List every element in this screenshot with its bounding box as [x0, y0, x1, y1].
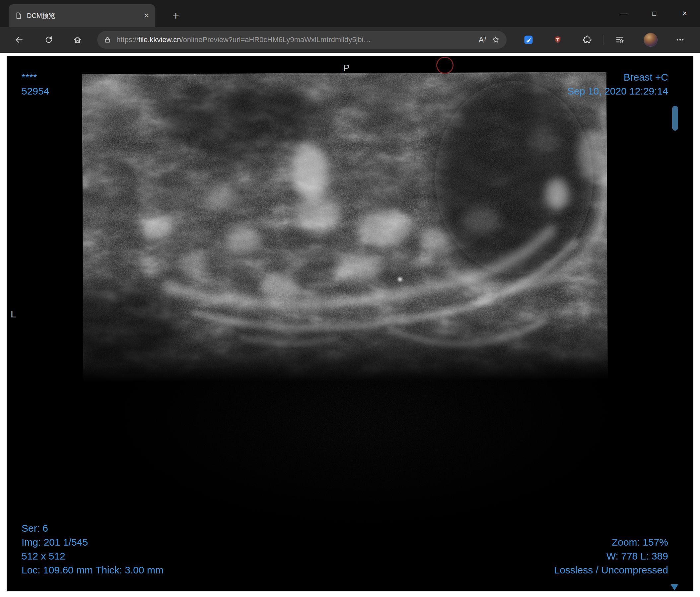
home-button[interactable] [70, 32, 84, 47]
window-close-button[interactable]: × [670, 0, 700, 27]
patient-number: 52954 [22, 84, 49, 98]
extensions-puzzle-icon [582, 35, 592, 45]
page-background: **** 52954 P L Breast +C Sep 10, 2020 12… [0, 53, 700, 597]
study-datetime: Sep 10, 2020 12:29:14 [567, 84, 668, 98]
favorites-bar-icon [615, 35, 624, 45]
address-bar[interactable]: https://file.kkview.cn/onlinePreview?url… [97, 31, 506, 49]
settings-menu-button[interactable] [673, 32, 688, 47]
favorite-star-icon[interactable] [491, 35, 500, 44]
back-icon [15, 35, 24, 45]
orientation-marker-posterior: P [343, 61, 350, 75]
scroll-down-arrow-icon[interactable] [671, 584, 678, 590]
favorites-bar-button[interactable] [612, 32, 627, 47]
tab-dcm-preview[interactable]: DCM预览 × [9, 4, 155, 27]
url-domain: file.kkview.cn [138, 35, 181, 44]
orientation-marker-left: L [10, 307, 16, 321]
compression-info: Lossless / Uncompressed [554, 563, 668, 577]
window-controls: — □ × [608, 0, 700, 27]
mri-scan-image [7, 56, 693, 591]
series-number: Ser: 6 [22, 521, 164, 535]
settings-menu-icon [675, 35, 685, 45]
tab-close-icon[interactable]: × [144, 11, 149, 20]
extension-shield-button[interactable] [550, 32, 565, 47]
window-level: W: 778 L: 389 [554, 549, 668, 563]
image-matrix: 512 x 512 [22, 549, 164, 563]
study-description: Breast +C [567, 70, 668, 84]
tab-title: DCM预览 [27, 11, 139, 20]
url-path: /onlinePreview?url=aHR0cHM6Ly9maWxlLmtrd… [181, 35, 371, 44]
read-aloud-icon[interactable]: A) [479, 36, 486, 44]
maximize-button[interactable]: □ [639, 0, 670, 27]
extensions-button[interactable] [580, 32, 595, 47]
minimize-button[interactable]: — [608, 0, 639, 27]
extension-shield-icon [553, 35, 562, 45]
dicom-viewer-canvas[interactable]: **** 52954 P L Breast +C Sep 10, 2020 12… [7, 56, 693, 591]
document-icon [15, 12, 22, 19]
zoom-level: Zoom: 157% [554, 535, 668, 549]
back-button[interactable] [12, 32, 27, 47]
refresh-button[interactable] [42, 32, 56, 47]
new-tab-button[interactable]: + [169, 8, 183, 23]
overlay-patient-info: **** 52954 [22, 70, 49, 98]
patient-id-masked: **** [22, 70, 49, 84]
profile-avatar[interactable] [644, 33, 657, 47]
home-icon [73, 35, 82, 45]
overlay-display-info: Zoom: 157% W: 778 L: 389 Lossless / Unco… [554, 535, 668, 577]
overlay-study-info: Breast +C Sep 10, 2020 12:29:14 [567, 70, 668, 98]
frame-scrollbar-thumb[interactable] [672, 106, 678, 131]
lock-icon[interactable] [104, 36, 111, 44]
tab-strip: DCM预览 × + — □ × [0, 0, 700, 27]
overlay-series-info: Ser: 6 Img: 201 1/545 512 x 512 Loc: 109… [22, 521, 164, 577]
annotation-circle [436, 57, 453, 74]
toolbar-divider [603, 35, 603, 45]
url-text: https://file.kkview.cn/onlinePreview?url… [117, 35, 473, 44]
extension-translate-icon [524, 35, 533, 45]
navigation-bar: https://file.kkview.cn/onlinePreview?url… [0, 27, 700, 53]
refresh-icon [45, 35, 53, 44]
browser-window: DCM预览 × + — □ × https://file.kkview.cn/o… [0, 0, 700, 597]
url-protocol: https:// [117, 35, 138, 44]
image-number: Img: 201 1/545 [22, 535, 164, 549]
slice-location: Loc: 109.60 mm Thick: 3.00 mm [22, 563, 164, 577]
extension-translate-button[interactable] [521, 32, 536, 47]
